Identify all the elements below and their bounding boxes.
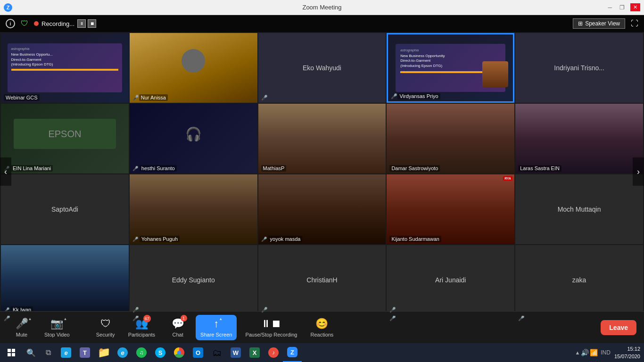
close-button[interactable]: ✕ xyxy=(630,3,640,11)
taskbar-app-edge[interactable]: e xyxy=(57,343,75,362)
tray-speaker[interactable]: 🔊 xyxy=(581,349,589,356)
taskbar-app-excel[interactable]: X xyxy=(245,343,264,362)
participant-name: Laras Sastra EIN xyxy=(518,165,561,172)
participant-name: yoyok masda xyxy=(268,236,303,242)
microphone-icon: 🎤 ▲ xyxy=(16,318,28,330)
muted-icon: 🎤 xyxy=(132,316,139,321)
video-cell-moch-muttaqin[interactable]: Moch Muttaqin xyxy=(515,174,643,244)
video-cell-ari-junaidi[interactable]: 🎤 Ari Junaidi xyxy=(387,245,514,315)
share-screen-button[interactable]: ↑ ▲ Share Screen xyxy=(196,315,237,340)
security-button[interactable]: 🛡 Security xyxy=(91,315,120,340)
chat-button[interactable]: 💬 1 Chat xyxy=(164,315,192,340)
video-cell-hesthi-suranto[interactable]: 🎧 🎤 hesthi Suranto xyxy=(130,104,257,173)
video-cell-damar[interactable]: Damar Sastrowiyoto xyxy=(387,104,514,173)
info-icon[interactable]: i xyxy=(6,19,15,28)
video-cell-yoyok-masda[interactable]: 🎤 yoyok masda xyxy=(258,174,386,244)
video-cell-virdyansas-priyo[interactable]: astrographia New Business OpportunityDir… xyxy=(387,33,514,103)
title-bar-left: Z xyxy=(4,3,12,12)
window-title: Zoom Meeting xyxy=(302,4,341,11)
taskbar-app-teams[interactable]: T xyxy=(75,343,94,362)
video-cell-ein-lina-mariani[interactable]: EPSON 🎤 EIN Lina Mariani xyxy=(1,104,129,173)
video-cell-eko-wahyudi[interactable]: 🎤 Eko Wahyudi xyxy=(258,33,386,103)
security-label: Security xyxy=(96,332,115,337)
video-cell-laras[interactable]: Laras Sastra EIN xyxy=(515,104,643,173)
muted-icon: 🎤 xyxy=(132,95,139,101)
shield-icon: 🛡 xyxy=(21,19,28,28)
previous-page-button[interactable]: ‹ xyxy=(0,157,11,186)
chat-icon: 💬 1 xyxy=(172,318,184,330)
slide-preview: astrographia New Business Opportu...Dire… xyxy=(8,43,123,92)
taskbar-app-files[interactable]: 🗂 xyxy=(207,343,226,362)
recording-dot xyxy=(34,21,39,26)
pause-stop-recording-button[interactable]: ⏸⏹ Pause/Stop Recording xyxy=(240,315,302,340)
video-cell-yohanes-puguh[interactable]: 🎤 Yohanes Puguh xyxy=(130,174,257,244)
taskbar-apps: e T 📁 e ♫ S O 🗂 W X xyxy=(57,343,302,362)
taskbar-app-skype[interactable]: S xyxy=(151,343,170,362)
reactions-button[interactable]: 😊 Reactions xyxy=(305,315,338,340)
leave-button[interactable]: Leave xyxy=(601,320,636,335)
taskbar-task-view[interactable]: ⧉ xyxy=(40,343,57,362)
video-grid: astrographia New Business Opportu...Dire… xyxy=(0,32,644,324)
video-cell-zaka[interactable]: zaka xyxy=(515,245,643,315)
speaker-view-label: Speaker View xyxy=(585,20,620,27)
share-screen-arrow: ▲ xyxy=(219,317,223,321)
taskbar-search[interactable]: 🔍 xyxy=(23,343,40,362)
tray-network[interactable]: 📶 xyxy=(590,349,598,356)
clock-date: 15/07/2020 xyxy=(614,353,640,361)
taskbar-app-outlook[interactable]: O xyxy=(189,343,207,362)
restore-button[interactable]: ❐ xyxy=(618,3,627,12)
participant-name: Kijanto Sudarmawan xyxy=(389,236,441,242)
participant-name: SaptoAdi xyxy=(51,206,78,213)
video-cell-christian-h[interactable]: 🎤 ChristianH xyxy=(258,245,386,315)
recording-controls: ⏸ ⏹ xyxy=(77,19,96,28)
taskbar-app-chrome[interactable] xyxy=(170,343,189,362)
video-cell-indriyani-trisno[interactable]: Indriyani Trisno... xyxy=(515,33,643,103)
start-button[interactable] xyxy=(0,343,23,362)
participants-badge: 67 xyxy=(143,315,151,322)
stop-video-label: Stop Video xyxy=(44,332,70,337)
taskbar-app-word[interactable]: W xyxy=(226,343,245,362)
video-cell-kijanto[interactable]: RYA Kijanto Sudarmawan xyxy=(387,174,514,244)
participants-button[interactable]: 👥 67 Participants xyxy=(124,315,160,340)
minimize-button[interactable]: ─ xyxy=(606,3,614,12)
taskbar-app-explorer[interactable]: 📁 xyxy=(94,343,113,362)
participant-name: Eddy Sugianto xyxy=(172,276,215,284)
participant-name: MathiasP xyxy=(261,165,287,172)
muted-icon: 🎤 xyxy=(132,307,139,313)
participant-name: Moch Muttaqin xyxy=(558,206,601,213)
taskbar-app-music[interactable]: ♪ xyxy=(264,343,283,362)
zoom-app-icon: Z xyxy=(4,3,12,12)
reactions-icon: 😊 xyxy=(315,318,328,330)
next-page-button[interactable]: › xyxy=(633,157,644,186)
fullscreen-button[interactable]: ⛶ xyxy=(631,19,638,28)
video-cell-webinar-gcs[interactable]: astrographia New Business Opportu...Dire… xyxy=(1,33,129,103)
tray-expand[interactable]: ▲ xyxy=(575,350,580,355)
mute-button[interactable]: 🎤 ▲ Mute xyxy=(8,315,36,340)
taskbar-app-spotify[interactable]: ♫ xyxy=(132,343,151,362)
participant-name: zaka xyxy=(572,276,586,284)
taskbar-app-ie[interactable]: e xyxy=(113,343,132,362)
participant-name: Virdyansas Priyo xyxy=(397,93,440,99)
meeting-top-bar: i 🛡 Recording... ⏸ ⏹ ⊞ Speaker View ⛶ xyxy=(0,15,644,32)
video-cell-eddy-sugianto[interactable]: 🎤 Eddy Sugianto xyxy=(130,245,257,315)
mute-label: Mute xyxy=(16,332,27,337)
title-bar: Z Zoom Meeting ─ ❐ ✕ xyxy=(0,0,644,15)
participant-name: ChristianH xyxy=(306,276,337,284)
windows-taskbar: 🔍 ⧉ e T 📁 e ♫ S O 🗂 W xyxy=(0,343,644,362)
speaker-view-button[interactable]: ⊞ Speaker View xyxy=(573,18,625,29)
taskbar-app-zoom[interactable]: Z xyxy=(283,343,302,362)
participant-name: EIN Lina Mariani xyxy=(11,165,53,172)
video-cell-nur-anissa[interactable]: 🎤 Nur Anissa xyxy=(130,33,257,103)
pause-recording-button[interactable]: ⏸ xyxy=(77,19,86,28)
taskbar-clock: 15:12 15/07/2020 xyxy=(614,345,640,361)
stop-video-button[interactable]: 📷 ▲ Stop Video xyxy=(40,315,74,340)
video-cell-sapto-adi[interactable]: SaptoAdi xyxy=(1,174,129,244)
participant-name: Eko Wahyudi xyxy=(303,64,341,72)
video-cell-mathias-p[interactable]: MathiasP xyxy=(258,104,386,173)
muted-icon: 🎤 xyxy=(261,307,268,313)
participant-name: Nur Anissa xyxy=(139,94,168,101)
chat-label: Chat xyxy=(172,332,183,337)
stop-recording-button[interactable]: ⏹ xyxy=(88,19,96,28)
reactions-label: Reactions xyxy=(310,332,333,337)
video-cell-kk-iwan[interactable]: 🎤 Kk Iwan xyxy=(1,245,129,315)
